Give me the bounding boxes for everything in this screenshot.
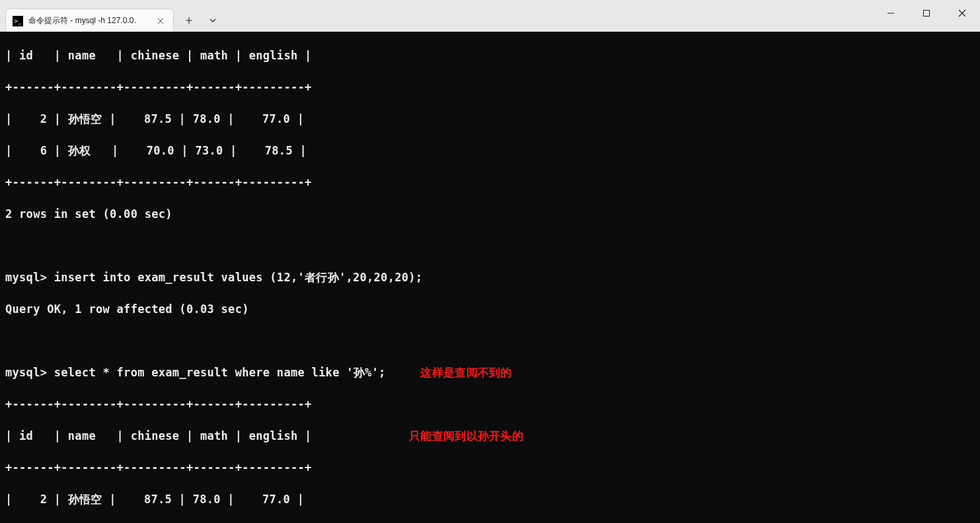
sql-select: select * from exam_result where name lik… [54,366,386,379]
chevron-down-icon [209,17,217,24]
annotated-header: | id | name | chinese | math | english |… [5,428,975,444]
prompt: mysql> [5,366,54,379]
tabs-area: >_ 命令提示符 - mysql -h 127.0.0. [0,0,224,32]
table-sep: +------+--------+---------+------+------… [5,79,975,95]
table-sep: +------+--------+---------+------+------… [5,174,975,190]
table-row: | 6 | 孙权 | 70.0 | 73.0 | 78.5 | [5,143,975,158]
minimize-icon [887,9,895,17]
result-summary: 2 rows in set (0.00 sec) [5,206,975,222]
close-icon [958,9,966,17]
close-window-button[interactable] [944,0,980,26]
tab-dropdown-button[interactable] [202,9,224,32]
tab-close-button[interactable] [155,15,167,27]
title-bar: >_ 命令提示符 - mysql -h 127.0.0. [0,0,980,32]
cmd-icon: >_ [13,16,23,26]
maximize-icon [923,9,930,17]
blank-line [5,333,975,349]
table-header: | id | name | chinese | math | english | [5,429,312,442]
close-icon [157,18,164,24]
terminal-area[interactable]: | id | name | chinese | math | english |… [0,32,980,523]
annotation: 只能查阅到以孙开头的 [409,429,523,442]
window-controls [873,0,980,26]
cmd-line: mysql> select * from exam_result where n… [5,365,975,380]
tab-cmd[interactable]: >_ 命令提示符 - mysql -h 127.0.0. [5,9,174,32]
table-row: | 2 | 孙悟空 | 87.5 | 78.0 | 77.0 | [5,111,975,127]
minimize-button[interactable] [873,0,909,26]
query-ok: Query OK, 1 row affected (0.03 sec) [5,301,975,317]
svg-rect-0 [924,11,930,17]
table-row: | 2 | 孙悟空 | 87.5 | 78.0 | 77.0 | [5,491,975,507]
prompt: mysql> [5,271,54,284]
table-header: | id | name | chinese | math | english | [5,48,975,63]
new-tab-button[interactable] [178,9,200,32]
cmd-line: mysql> insert into exam_result values (1… [5,269,975,285]
tab-title: 命令提示符 - mysql -h 127.0.0. [28,15,149,26]
table-sep: +------+--------+---------+------+------… [5,396,975,412]
plus-icon [185,17,193,24]
sql-insert: insert into exam_result values (12,'者行孙'… [54,271,423,284]
maximize-button[interactable] [909,0,944,26]
table-sep: +------+--------+---------+------+------… [5,460,975,475]
annotation: 这样是查阅不到的 [420,366,511,379]
blank-line [5,238,975,254]
